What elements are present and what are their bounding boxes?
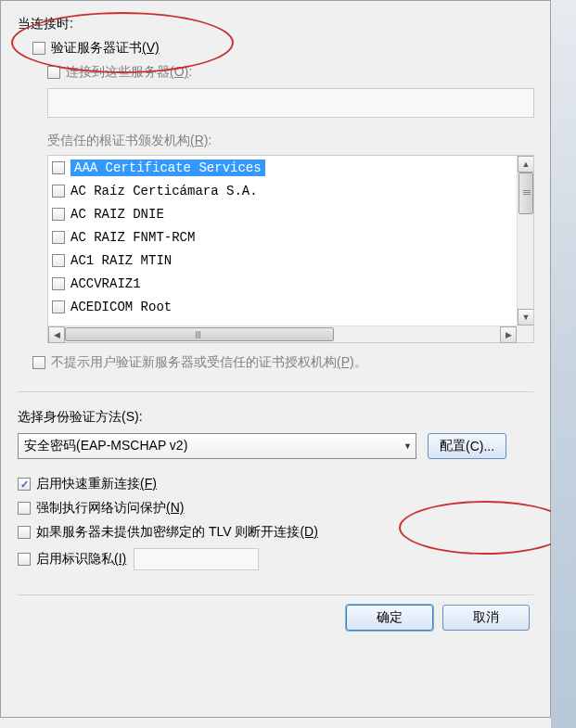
fast-reconnect-label: 启用快速重新连接(F): [36, 476, 157, 492]
enforce-nap-row[interactable]: 强制执行网络访问保护(N): [18, 500, 533, 517]
cert-name: AC RAIZ DNIE: [70, 207, 164, 222]
connect-servers-label: 连接到这些服务器(O):: [66, 64, 192, 81]
configure-button[interactable]: 配置(C)...: [428, 433, 506, 459]
no-prompt-checkbox[interactable]: [32, 356, 45, 369]
vertical-scrollbar[interactable]: ▲ ▼: [517, 156, 533, 326]
validate-cert-checkbox[interactable]: [32, 42, 45, 55]
list-item[interactable]: AC Raíz Certicámara S.A.: [48, 179, 533, 202]
cert-name: ACCVRAIZ1: [70, 276, 141, 291]
disconnect-tlv-row[interactable]: 如果服务器未提供加密绑定的 TLV 则断开连接(D): [18, 524, 533, 541]
connect-servers-checkbox[interactable]: [47, 66, 60, 79]
connect-servers-row[interactable]: 连接到这些服务器(O):: [47, 64, 533, 81]
item-checkbox[interactable]: [52, 254, 65, 267]
identity-privacy-input[interactable]: [134, 548, 259, 570]
list-item[interactable]: AC1 RAIZ MTIN: [48, 249, 533, 272]
list-item[interactable]: AAA Certificate Services: [48, 156, 533, 179]
cert-name: AC Raíz Certicámara S.A.: [70, 184, 258, 198]
disconnect-tlv-checkbox[interactable]: [18, 526, 31, 539]
connect-servers-input[interactable]: [47, 88, 534, 118]
validate-cert-row[interactable]: 验证服务器证书(V): [32, 40, 533, 57]
cert-name: AC1 RAIZ MTIN: [70, 253, 172, 268]
scroll-up-button[interactable]: ▲: [518, 156, 533, 172]
identity-privacy-row[interactable]: 启用标识隐私(I): [18, 548, 533, 570]
enforce-nap-label: 强制执行网络访问保护(N): [36, 500, 184, 517]
scroll-thumb[interactable]: [518, 172, 533, 214]
list-item[interactable]: AC RAIZ FNMT-RCM: [48, 225, 533, 249]
list-item[interactable]: AC RAIZ DNIE: [48, 202, 533, 225]
scroll-thumb-h[interactable]: [65, 327, 334, 341]
auth-method-value: 安全密码(EAP-MSCHAP v2): [24, 438, 187, 454]
scroll-down-button[interactable]: ▼: [518, 309, 533, 326]
identity-privacy-label: 启用标识隐私(I): [36, 551, 126, 568]
identity-privacy-checkbox[interactable]: [18, 553, 31, 566]
scroll-left-button[interactable]: ◀: [48, 326, 65, 343]
cert-name: AC RAIZ FNMT-RCM: [70, 230, 195, 245]
item-checkbox[interactable]: [52, 231, 65, 244]
cert-name: AAA Certificate Services: [70, 160, 265, 176]
item-checkbox[interactable]: [52, 185, 65, 198]
auth-method-combobox[interactable]: 安全密码(EAP-MSCHAP v2) ▼: [18, 433, 416, 459]
divider: [18, 391, 533, 392]
eap-properties-dialog: 当连接时: 验证服务器证书(V) 连接到这些服务器(O): 受信任的根证书颁发机…: [0, 0, 551, 718]
no-prompt-row[interactable]: 不提示用户验证新服务器或受信任的证书授权机构(P)。: [32, 354, 533, 371]
item-checkbox[interactable]: [52, 300, 65, 313]
scroll-corner: [517, 326, 533, 342]
cancel-button[interactable]: 取消: [442, 605, 530, 631]
when-connecting-label: 当连接时:: [18, 16, 533, 32]
fast-reconnect-checkbox[interactable]: [18, 478, 31, 491]
horizontal-scrollbar[interactable]: ◀ ▶: [48, 326, 517, 342]
cert-name: ACEDICOM Root: [70, 300, 172, 314]
fast-reconnect-row[interactable]: 启用快速重新连接(F): [18, 476, 533, 492]
window-edge: [551, 0, 576, 728]
item-checkbox[interactable]: [52, 161, 65, 174]
item-checkbox[interactable]: [52, 277, 65, 290]
scroll-right-button[interactable]: ▶: [500, 326, 517, 343]
auth-method-label: 选择身份验证方法(S):: [18, 409, 533, 426]
list-item[interactable]: ACCVRAIZ1: [48, 272, 533, 295]
disconnect-tlv-label: 如果服务器未提供加密绑定的 TLV 则断开连接(D): [36, 524, 318, 541]
enforce-nap-checkbox[interactable]: [18, 502, 31, 515]
chevron-down-icon: ▼: [403, 441, 412, 451]
trusted-root-label: 受信任的根证书颁发机构(R):: [47, 133, 211, 147]
cert-listbox[interactable]: AAA Certificate Services AC Raíz Certicá…: [47, 155, 534, 343]
ok-button[interactable]: 确定: [346, 605, 433, 631]
list-item[interactable]: ACEDICOM Root: [48, 295, 533, 318]
item-checkbox[interactable]: [52, 208, 65, 221]
no-prompt-label: 不提示用户验证新服务器或受信任的证书授权机构(P)。: [51, 354, 367, 371]
validate-cert-label: 验证服务器证书(V): [51, 40, 160, 57]
